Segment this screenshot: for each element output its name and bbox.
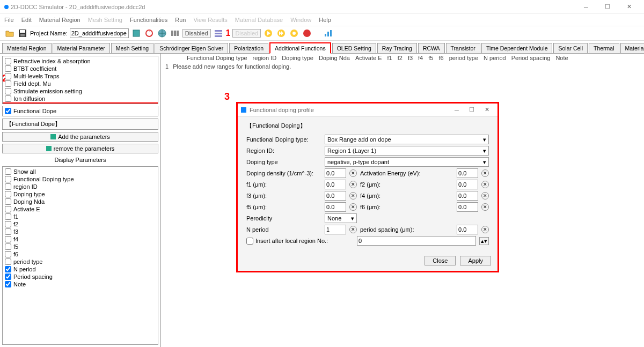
bars-icon[interactable] (213, 28, 224, 39)
dialog-minimize-button[interactable]: ─ (449, 103, 464, 117)
check-functional-dope[interactable]: Functional Dope (4, 107, 157, 115)
menu-functionalities[interactable]: Functionalities (130, 17, 167, 23)
open-folder-icon[interactable] (4, 28, 15, 39)
project-name-input[interactable] (70, 28, 129, 38)
spacing-input[interactable] (457, 225, 478, 234)
dialog-close-button[interactable]: ✕ (479, 103, 494, 117)
close-dialog-button[interactable]: Close (425, 256, 456, 265)
tab-polarization[interactable]: Polarization (229, 43, 268, 53)
clear-icon[interactable]: ✕ (481, 192, 489, 200)
tab-additional-functions[interactable]: Additional Functions (269, 42, 331, 54)
save-icon[interactable] (17, 28, 28, 39)
insert-after-input[interactable] (357, 236, 476, 246)
clear-icon[interactable]: ✕ (349, 203, 357, 211)
tab-transistor[interactable]: Transistor (446, 43, 480, 53)
columns-icon[interactable] (170, 28, 180, 39)
dp-f2[interactable]: f2 (4, 220, 157, 228)
dp-f1[interactable]: f1 (4, 213, 157, 220)
dopetype-select[interactable]: negative, p-type dopant▾ (325, 157, 489, 167)
tab-oled-setting[interactable]: OLED Setting (332, 43, 376, 53)
menu-material-region[interactable]: Material Region (39, 17, 80, 23)
density-input[interactable] (325, 168, 346, 178)
clear-icon[interactable]: ✕ (349, 226, 357, 233)
clear-icon[interactable]: ✕ (349, 192, 357, 200)
refresh-icon[interactable] (144, 28, 155, 39)
menu-run[interactable]: Run (175, 17, 186, 23)
menu-file[interactable]: File (4, 17, 14, 23)
menu-window[interactable]: Window (290, 17, 311, 23)
close-button[interactable]: ✕ (618, 0, 640, 14)
dp-n-period[interactable]: N period (4, 265, 157, 273)
chart-icon[interactable] (323, 28, 334, 39)
dp-doping-nda[interactable]: Doping Nda (4, 198, 157, 205)
apply-button[interactable]: Apply (460, 256, 491, 265)
clear-icon[interactable]: ✕ (481, 169, 489, 177)
f5-input[interactable] (325, 202, 346, 212)
clear-icon[interactable]: ✕ (481, 226, 489, 233)
globe-icon[interactable] (157, 28, 167, 39)
f3-input[interactable] (325, 191, 346, 201)
tab-time-dependent[interactable]: Time Dependent Module (481, 43, 553, 53)
check-iondiffusion[interactable]: Ion diffusion (4, 95, 157, 102)
gear-icon[interactable] (289, 28, 299, 39)
region-select[interactable]: Region 1 (Layer 1)▾ (325, 146, 489, 156)
spinner-icon[interactable]: ▴▾ (479, 237, 489, 245)
menu-view-results[interactable]: View Results (193, 17, 227, 23)
dp-doping-type[interactable]: Functional Doping type (4, 175, 157, 183)
f1-input[interactable] (325, 180, 346, 189)
dp-note[interactable]: Note (4, 280, 157, 288)
menu-mesh-setting[interactable]: Mesh Setting (88, 17, 122, 23)
dialog-maximize-button[interactable]: ☐ (464, 103, 479, 117)
type-label: Functional Doping type: (246, 136, 321, 143)
dp-f5[interactable]: f5 (4, 243, 157, 250)
tab-thermal[interactable]: Thermal (589, 43, 619, 53)
nperiod-input[interactable] (325, 225, 346, 234)
fast-forward-icon[interactable] (276, 28, 287, 39)
periodicity-select[interactable]: None▾ (325, 213, 357, 223)
type-select[interactable]: Box Range add on dope▾ (325, 135, 489, 144)
play-icon[interactable] (263, 28, 274, 39)
tab-rcwa[interactable]: RCWA (418, 43, 445, 53)
insert-after-check[interactable]: Insert after local region No.: (246, 238, 354, 245)
menu-edit[interactable]: Edit (21, 17, 32, 23)
tab-material-parameter[interactable]: Material Parameter (53, 43, 110, 53)
clear-icon[interactable]: ✕ (481, 181, 489, 188)
tab-ray-tracing[interactable]: Ray Tracing (377, 43, 417, 53)
check-stimulate[interactable]: Stimulate emission setting (4, 87, 157, 95)
check-refractive[interactable]: Refractive index & absorption (4, 57, 157, 65)
check-btbt[interactable]: BTBT coefficient (4, 65, 157, 72)
check-fielddept[interactable]: Field dept. Mu (4, 80, 157, 87)
dp-f6[interactable]: f6 (4, 250, 157, 258)
f2-input[interactable] (457, 180, 478, 189)
dp-region-id[interactable]: region ID (4, 183, 157, 190)
stop-icon[interactable] (302, 28, 312, 39)
menu-material-database[interactable]: Material Database (235, 17, 283, 23)
f6-input[interactable] (457, 202, 478, 212)
clear-icon[interactable]: ✕ (481, 203, 489, 211)
gh-f1: f1 (387, 55, 392, 61)
tab-material-database[interactable]: Material Database (620, 43, 644, 53)
dp-doptype[interactable]: Doping type (4, 190, 157, 198)
dp-period-spacing[interactable]: Period spacing (4, 273, 157, 280)
check-multilevels[interactable]: Multi-levels Traps (4, 72, 157, 80)
dp-period-type[interactable]: period type (4, 258, 157, 265)
minimize-button[interactable]: ─ (575, 0, 597, 14)
layers-icon[interactable] (131, 28, 142, 39)
f4-input[interactable] (457, 191, 478, 201)
clear-icon[interactable]: ✕ (349, 181, 357, 188)
clear-icon[interactable]: ✕ (349, 169, 357, 177)
tab-material-region[interactable]: Material Region (2, 43, 52, 53)
tab-schrodinger[interactable]: Schrödinger Eigen Solver (155, 43, 228, 53)
menu-help[interactable]: Help (319, 17, 331, 23)
dp-showall[interactable]: Show all (4, 168, 157, 175)
dp-f4[interactable]: f4 (4, 235, 157, 243)
tab-mesh-setting[interactable]: Mesh Setting (111, 43, 153, 53)
dp-activate-e[interactable]: Activate E (4, 205, 157, 213)
dp-f3[interactable]: f3 (4, 228, 157, 235)
remove-parameters-button[interactable]: remove the parameters (2, 144, 158, 153)
add-parameters-button[interactable]: Add the parameters (2, 132, 158, 142)
tab-solar-cell[interactable]: Solar Cell (553, 43, 588, 53)
gh-f6: f6 (438, 55, 443, 61)
activation-input[interactable] (457, 168, 478, 178)
maximize-button[interactable]: ☐ (597, 0, 618, 14)
